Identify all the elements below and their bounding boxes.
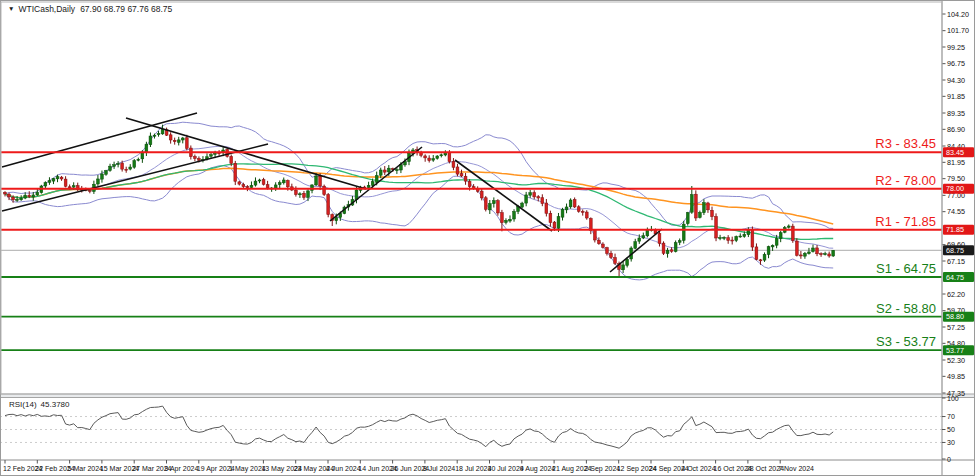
- price-badge-label: 71.85: [946, 225, 964, 234]
- candle: [133, 159, 136, 169]
- price-label: 89.35: [947, 109, 965, 118]
- date-label: 18 Jul 2024: [455, 465, 491, 472]
- date-label: 8 Jul 2024: [423, 465, 455, 472]
- price-chart[interactable]: R3 - 83.45R2 - 78.00R1 - 71.85S1 - 64.75…: [0, 0, 975, 476]
- date-label: 4 Oct 2024: [681, 465, 715, 472]
- rsi-indicator-label: RSI(14)45.3780: [9, 400, 69, 409]
- price-label: 99.25: [947, 43, 965, 52]
- rsi-scale-label: 0: [947, 456, 951, 463]
- candle: [234, 161, 237, 185]
- date-label: 30 Jul 2024: [488, 465, 524, 472]
- candle: [323, 185, 326, 196]
- candle: [686, 212, 689, 226]
- symbol-timeframe-label: WTICash,Daily: [18, 4, 75, 14]
- price-label: 96.75: [947, 59, 965, 68]
- rsi-scale-label: 100: [947, 395, 959, 402]
- price-label: 101.70: [947, 26, 969, 35]
- chart-window: R3 - 83.45R2 - 78.00R1 - 71.85S1 - 64.75…: [0, 0, 975, 476]
- date-label: 5 Mar 2024: [68, 465, 104, 472]
- price-badge-label: 58.80: [946, 312, 964, 321]
- price-badge-label: 83.45: [946, 148, 964, 157]
- candle: [715, 213, 718, 241]
- r2-level-label: R2 - 78.00: [875, 173, 936, 188]
- candle: [791, 224, 794, 243]
- price-label: 49.85: [947, 372, 965, 381]
- price-label: 52.30: [947, 356, 965, 365]
- price-badge-label: 78.00: [946, 184, 964, 193]
- date-label: 4 Jun 2024: [326, 465, 361, 472]
- price-label: 104.20: [947, 10, 969, 19]
- chart-title: ▼WTICash,Daily67.90 68.79 67.76 68.75: [8, 4, 172, 14]
- price-label: 94.30: [947, 76, 965, 85]
- s2-level-label: S2 - 58.80: [876, 301, 936, 316]
- price-label: 86.90: [947, 125, 965, 134]
- price-label: 62.20: [947, 290, 965, 299]
- candle: [662, 241, 665, 255]
- price-label: 91.85: [947, 92, 965, 101]
- date-label: 1 May 2024: [229, 465, 266, 473]
- candle: [682, 221, 685, 244]
- price-label: 74.55: [947, 207, 965, 216]
- s3-level-label: S3 - 53.77: [876, 334, 936, 349]
- s1-level-label: S1 - 64.75: [876, 261, 936, 276]
- price-label: 67.15: [947, 257, 965, 266]
- candle: [795, 238, 798, 256]
- price-badge-label: 64.75: [946, 273, 964, 282]
- candle: [832, 250, 835, 257]
- rsi-scale-label: 50: [947, 426, 955, 433]
- candle: [694, 190, 697, 221]
- panel-divider[interactable]: [0, 394, 975, 398]
- ohlc-quote-label: 67.90 68.79 67.76 68.75: [80, 4, 172, 14]
- symbol-dropdown-icon[interactable]: ▼: [8, 5, 14, 12]
- candle: [496, 199, 499, 216]
- date-label: 9 Aug 2024: [520, 465, 556, 473]
- rsi-name: RSI(14): [9, 400, 37, 409]
- date-label: 9 Apr 2024: [165, 465, 199, 473]
- r3-level-label: R3 - 83.45: [875, 136, 936, 151]
- price-label: 79.50: [947, 174, 965, 183]
- rsi-scale-label: 30: [947, 439, 955, 446]
- rsi-scale-label: 70: [947, 413, 955, 420]
- candle: [484, 196, 487, 211]
- price-label: 81.95: [947, 158, 965, 167]
- price-label: 57.25: [947, 323, 965, 332]
- price-badge-label: 68.75: [946, 246, 964, 255]
- rsi-value: 45.3780: [41, 400, 70, 409]
- r1-level-label: R1 - 71.85: [875, 214, 936, 229]
- candle: [327, 193, 330, 217]
- price-badge-label: 53.77: [946, 346, 964, 355]
- date-label: 2 Sep 2024: [584, 465, 620, 473]
- date-label: 7 Nov 2024: [778, 465, 814, 472]
